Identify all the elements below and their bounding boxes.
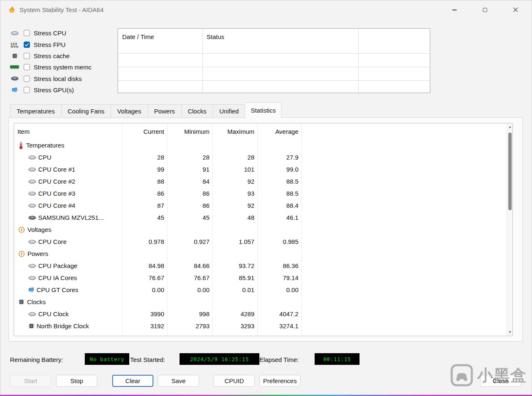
cpu-icon (28, 155, 36, 160)
stress-option-label[interactable]: Stress CPU (34, 30, 66, 37)
row-item: Temperatures (14, 142, 122, 149)
stress-gpu-checkbox[interactable] (24, 87, 30, 93)
event-log-table[interactable]: Date / Time Status (118, 28, 430, 93)
cell-minimum: 84 (167, 178, 212, 185)
tab-powers[interactable]: Powers (148, 104, 182, 118)
stress-option-label[interactable]: Stress local disks (34, 75, 82, 82)
tab-label: Clocks (188, 108, 207, 115)
table-row-group[interactable]: Clocks (14, 296, 512, 308)
stress-option-fpu[interactable]: Stress FPU (9, 39, 91, 50)
stress-cache-checkbox[interactable] (24, 53, 30, 59)
cache-chip-icon (9, 53, 20, 59)
cpu-icon (28, 167, 36, 172)
table-row[interactable]: CPU28282827.9 (14, 151, 512, 163)
start-button[interactable]: Start (10, 375, 51, 387)
column-header-minimum[interactable]: Minimum (167, 128, 212, 135)
table-row-group[interactable]: Temperatures (14, 139, 512, 151)
save-button[interactable]: Save (158, 375, 199, 387)
row-item: Powers (14, 250, 122, 257)
row-item: CPU GT Cores (14, 286, 122, 293)
stress-option-cpu[interactable]: Stress CPU (9, 27, 91, 39)
table-row[interactable]: North Bridge Clock3192279332933274.1 (14, 320, 512, 332)
tab-label: Powers (154, 108, 175, 115)
close-window-button[interactable] (506, 0, 525, 19)
minimize-button[interactable] (445, 0, 464, 19)
scroll-up-arrow-icon[interactable] (509, 126, 511, 128)
table-row[interactable]: CPU Core0.9780.9271.0570.985 (14, 236, 512, 248)
column-divider (202, 29, 203, 93)
cell-maximum: 0.01 (212, 286, 257, 293)
stress-option-cache[interactable]: Stress cache (9, 50, 91, 61)
row-label: CPU Clock (38, 310, 69, 317)
stress-option-gpu[interactable]: Stress GPU(s) (9, 84, 91, 96)
tab-temperatures[interactable]: Temperatures (10, 104, 62, 118)
stress-option-label[interactable]: Stress FPU (34, 41, 66, 48)
cpu-icon (28, 179, 36, 184)
row-divider (118, 53, 430, 54)
stress-memory-checkbox[interactable] (24, 64, 30, 70)
tab-voltages[interactable]: Voltages (111, 104, 148, 118)
tab-clocks[interactable]: Clocks (181, 104, 213, 118)
tab-unified[interactable]: Unified (213, 104, 246, 118)
column-header-status[interactable]: Status (207, 33, 224, 40)
table-row-group[interactable]: Voltages (14, 224, 512, 236)
column-header-average[interactable]: Average (257, 128, 301, 135)
table-row[interactable]: CPU Clock399099842894047.2 (14, 308, 512, 320)
stress-disks-checkbox[interactable] (24, 76, 30, 82)
maximize-button[interactable] (475, 0, 495, 19)
row-label: Powers (27, 250, 48, 257)
table-row-clipped[interactable]: CPU Core #1 Clock3990389042904068.2 (14, 332, 512, 336)
column-header-maximum[interactable]: Maximum (212, 128, 257, 135)
tab-label: Cooling Fans (68, 108, 104, 115)
table-row[interactable]: CPU Core #487869288.4 (14, 199, 512, 212)
clear-button[interactable]: Clear (112, 375, 153, 387)
preferences-button[interactable]: Preferences (259, 375, 300, 387)
tab-statistics[interactable]: Statistics (245, 102, 281, 118)
stress-option-label[interactable]: Stress cache (34, 52, 70, 59)
stress-option-memory[interactable]: Stress system memc (9, 61, 91, 73)
row-item: CPU Core (14, 238, 122, 245)
row-label: CPU Core #2 (38, 178, 75, 185)
column-header-date-time[interactable]: Date / Time (122, 33, 154, 40)
table-row[interactable]: CPU Core #1999110199.0 (14, 163, 512, 175)
cell-average: 0.985 (257, 238, 301, 245)
cpu-icon (28, 263, 36, 268)
column-header-item[interactable]: Item (14, 128, 122, 135)
stress-option-label[interactable]: Stress GPU(s) (34, 86, 74, 93)
table-row[interactable]: SAMSUNG MZVL251...45454846.1 (14, 212, 512, 224)
close-button[interactable]: Close (480, 375, 521, 387)
stress-option-disks[interactable]: Stress local disks (9, 73, 91, 84)
table-row[interactable]: CPU Package84.9884.6693.7286.36 (14, 260, 512, 272)
table-row[interactable]: CPU Core #288849288.5 (14, 175, 512, 187)
table-row[interactable]: CPU Core #386869388.5 (14, 187, 512, 199)
stress-option-label[interactable]: Stress system memc (34, 64, 91, 71)
tab-label: Voltages (117, 108, 141, 115)
scrollbar-thumb[interactable] (508, 133, 512, 210)
tab-cooling-fans[interactable]: Cooling Fans (61, 104, 111, 118)
cell-maximum: 1.057 (212, 238, 257, 245)
row-label: North Bridge Clock (37, 322, 89, 330)
stress-cpu-checkbox[interactable] (24, 30, 30, 36)
cpu-icon (28, 191, 36, 196)
statistics-table[interactable]: Item Current Minimum Maximum Average Tem… (14, 123, 513, 336)
column-header-current[interactable]: Current (122, 128, 167, 135)
stop-button[interactable]: Stop (56, 375, 97, 387)
table-row[interactable]: CPU IA Cores76.6776.6785.9179.14 (14, 272, 512, 284)
vertical-scrollbar[interactable] (507, 123, 512, 336)
elapsed-time-display: 00:11:15 (315, 353, 360, 365)
row-item: CPU Core #2 (14, 178, 122, 185)
cell-current: 0.00 (122, 286, 167, 293)
table-row[interactable]: CPU GT Cores0.000.000.010.00 (14, 284, 512, 296)
cell-current: 84.98 (122, 262, 167, 269)
cell-current: 76.67 (122, 274, 167, 281)
cpuid-button[interactable]: CPUID (214, 375, 255, 387)
cell-average: 99.0 (257, 166, 301, 173)
cache-chip-icon (18, 299, 25, 305)
scroll-down-arrow-icon[interactable] (509, 331, 511, 333)
row-item: Clocks (14, 298, 122, 305)
cell-maximum: 28 (212, 154, 257, 161)
table-row-group[interactable]: Powers (14, 248, 512, 260)
cell-maximum: 92 (212, 202, 257, 209)
cell-average: 88.5 (257, 190, 301, 197)
stress-fpu-checkbox[interactable] (24, 42, 30, 48)
